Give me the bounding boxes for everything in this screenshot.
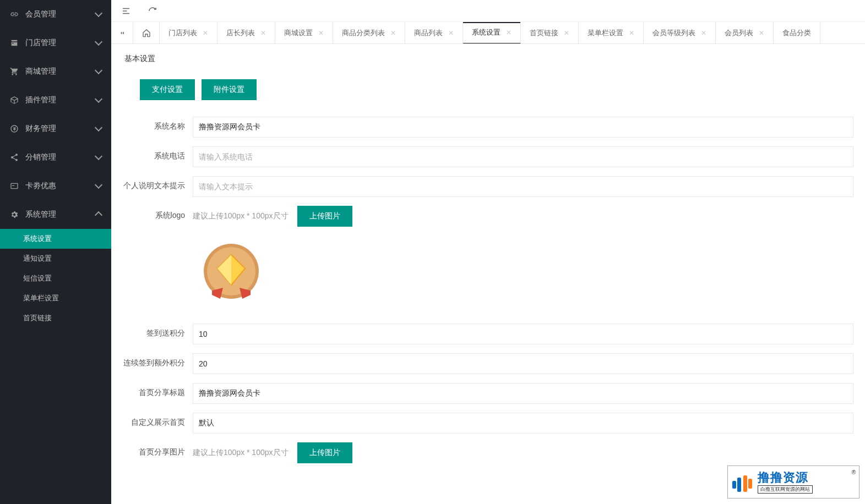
svg-rect-5 bbox=[737, 478, 741, 492]
sidebar-sub-system-settings[interactable]: 系统设置 bbox=[0, 229, 111, 249]
sidebar-sub-homelink[interactable]: 首页链接 bbox=[0, 308, 111, 328]
close-icon[interactable]: ✕ bbox=[701, 29, 706, 37]
chevron-down-icon bbox=[95, 95, 102, 103]
tab-product-category[interactable]: 商品分类列表✕ bbox=[333, 22, 405, 43]
tab-member-list[interactable]: 会员列表✕ bbox=[716, 22, 774, 43]
sidebar-item-store[interactable]: 门店管理 bbox=[0, 29, 111, 57]
sidebar-item-label: 插件管理 bbox=[25, 95, 96, 105]
close-icon[interactable]: ✕ bbox=[390, 29, 396, 37]
personal-hint-input[interactable] bbox=[193, 176, 853, 197]
topbar bbox=[111, 0, 865, 22]
tab-home-link[interactable]: 首页链接✕ bbox=[521, 22, 579, 43]
sidebar-item-label: 门店管理 bbox=[25, 38, 96, 48]
close-icon[interactable]: ✕ bbox=[318, 29, 324, 37]
watermark-title: 撸撸资源 bbox=[758, 470, 813, 485]
tab-bar: 门店列表✕ 店长列表✕ 商城设置✕ 商品分类列表✕ 商品列表✕ 系统设置✕ 首页… bbox=[111, 22, 865, 44]
watermark-logo-icon bbox=[731, 471, 753, 493]
content-area: 基本设置 支付设置 附件设置 系统名称 系统电话 个人说明文本提示 系统logo bbox=[111, 44, 865, 504]
label-custom-home: 自定义展示首页 bbox=[121, 413, 193, 428]
system-phone-input[interactable] bbox=[193, 146, 853, 167]
sidebar-item-plugin[interactable]: 插件管理 bbox=[0, 86, 111, 114]
watermark-registered: ® bbox=[852, 469, 856, 475]
system-name-input[interactable] bbox=[193, 117, 853, 138]
upload-logo-button[interactable]: 上传图片 bbox=[297, 206, 352, 227]
svg-rect-6 bbox=[743, 475, 747, 492]
sidebar: 会员管理 门店管理 商城管理 插件管理 财务管理 分销管理 bbox=[0, 0, 111, 504]
attachment-settings-button[interactable]: 附件设置 bbox=[202, 79, 257, 100]
chevron-down-icon bbox=[95, 9, 102, 17]
label-system-name: 系统名称 bbox=[121, 117, 193, 132]
tab-mall-settings[interactable]: 商城设置✕ bbox=[275, 22, 333, 43]
chevron-down-icon bbox=[95, 152, 102, 160]
custom-home-input[interactable] bbox=[193, 413, 853, 434]
label-system-phone: 系统电话 bbox=[121, 146, 193, 161]
panel-title: 基本设置 bbox=[121, 54, 855, 64]
tab-manager-list[interactable]: 店长列表✕ bbox=[217, 22, 275, 43]
yuan-icon bbox=[10, 124, 19, 133]
svg-rect-7 bbox=[748, 479, 752, 489]
close-icon[interactable]: ✕ bbox=[506, 29, 512, 36]
sidebar-item-label: 会员管理 bbox=[25, 9, 96, 19]
label-share-image: 首页分享图片 bbox=[121, 442, 193, 457]
label-personal-hint: 个人说明文本提示 bbox=[121, 176, 193, 191]
logo-hint: 建议上传100px * 100px尺寸 bbox=[193, 211, 289, 221]
sidebar-item-label: 分销管理 bbox=[25, 152, 96, 162]
tab-home[interactable] bbox=[133, 22, 160, 43]
upload-share-image-button[interactable]: 上传图片 bbox=[297, 442, 352, 463]
sidebar-item-coupon[interactable]: 卡劵优惠 bbox=[0, 172, 111, 200]
sidebar-item-member[interactable]: 会员管理 bbox=[0, 0, 111, 29]
chevron-down-icon bbox=[95, 38, 102, 46]
collapse-sidebar-icon[interactable] bbox=[121, 6, 131, 16]
close-icon[interactable]: ✕ bbox=[759, 29, 764, 37]
sidebar-item-mall[interactable]: 商城管理 bbox=[0, 57, 111, 86]
cart-icon bbox=[10, 67, 19, 76]
tab-food-category[interactable]: 食品分类 bbox=[774, 22, 820, 43]
refresh-icon[interactable] bbox=[148, 6, 157, 16]
sidebar-item-label: 财务管理 bbox=[25, 124, 96, 134]
signin-points-input[interactable] bbox=[193, 324, 853, 344]
watermark: 撸撸资源 白撸互联网资源的网站 ® bbox=[727, 465, 859, 498]
close-icon[interactable]: ✕ bbox=[203, 29, 208, 37]
sidebar-sub-notification[interactable]: 通知设置 bbox=[0, 249, 111, 269]
close-icon[interactable]: ✕ bbox=[629, 29, 634, 37]
sidebar-item-finance[interactable]: 财务管理 bbox=[0, 114, 111, 143]
sidebar-item-label: 商城管理 bbox=[25, 67, 96, 76]
share-image-hint: 建议上传100px * 100px尺寸 bbox=[193, 448, 289, 458]
logo-preview bbox=[193, 235, 270, 313]
sidebar-item-distribution[interactable]: 分销管理 bbox=[0, 143, 111, 172]
sidebar-item-label: 卡劵优惠 bbox=[25, 181, 96, 191]
share-title-input[interactable] bbox=[193, 383, 853, 404]
chevron-up-icon bbox=[95, 211, 102, 219]
label-system-logo: 系统logo bbox=[121, 206, 193, 221]
label-signin-points: 签到送积分 bbox=[121, 324, 193, 338]
tab-member-level[interactable]: 会员等级列表✕ bbox=[644, 22, 716, 43]
gear-icon bbox=[10, 210, 19, 219]
tab-product-list[interactable]: 商品列表✕ bbox=[405, 22, 463, 43]
sidebar-item-label: 系统管理 bbox=[25, 210, 96, 220]
chevron-down-icon bbox=[95, 124, 102, 132]
store-icon bbox=[10, 39, 19, 47]
svg-rect-4 bbox=[732, 481, 736, 489]
close-icon[interactable]: ✕ bbox=[260, 29, 266, 37]
cube-icon bbox=[10, 96, 19, 105]
sidebar-sub-sms[interactable]: 短信设置 bbox=[0, 269, 111, 288]
link-icon bbox=[10, 10, 19, 19]
share-icon bbox=[10, 153, 19, 162]
close-icon[interactable]: ✕ bbox=[448, 29, 454, 37]
tab-system-settings[interactable]: 系统设置✕ bbox=[463, 22, 521, 44]
payment-settings-button[interactable]: 支付设置 bbox=[140, 79, 195, 100]
tab-store-list[interactable]: 门店列表✕ bbox=[160, 22, 217, 43]
label-continuous-points: 连续签到额外积分 bbox=[121, 353, 193, 368]
close-icon[interactable]: ✕ bbox=[564, 29, 569, 37]
chevron-down-icon bbox=[95, 67, 102, 74]
continuous-points-input[interactable] bbox=[193, 353, 853, 374]
chevron-down-icon bbox=[95, 181, 102, 189]
tab-scroll-left[interactable] bbox=[111, 22, 133, 43]
watermark-subtitle: 白撸互联网资源的网站 bbox=[758, 485, 813, 494]
sidebar-sub-menu[interactable]: 菜单栏设置 bbox=[0, 288, 111, 308]
label-share-title: 首页分享标题 bbox=[121, 383, 193, 398]
card-icon bbox=[10, 182, 19, 190]
tab-menu-settings[interactable]: 菜单栏设置✕ bbox=[579, 22, 644, 43]
sidebar-item-system[interactable]: 系统管理 bbox=[0, 200, 111, 229]
